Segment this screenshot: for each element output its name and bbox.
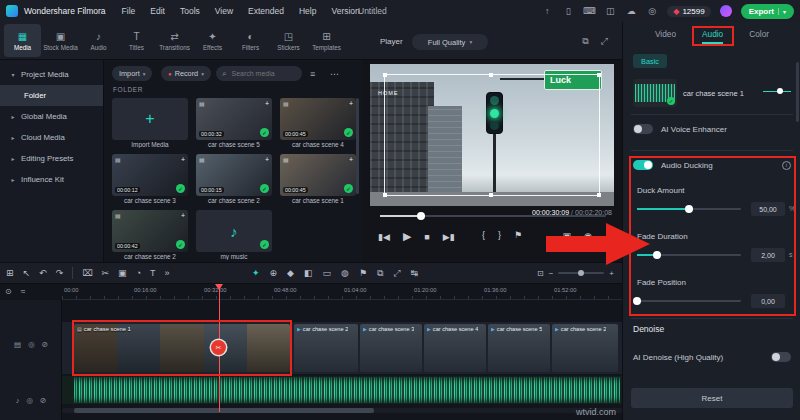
- progress-handle[interactable]: [417, 212, 425, 220]
- timeline-clip[interactable]: ▶car chase scene 2: [552, 324, 618, 372]
- chroma-key-icon[interactable]: ◧: [304, 268, 313, 278]
- tab-transitions[interactable]: ⇄Transitions: [156, 24, 193, 57]
- fade-position-value[interactable]: 0,00: [751, 294, 785, 308]
- search-input[interactable]: [229, 69, 296, 78]
- add-to-timeline-icon[interactable]: +: [181, 212, 185, 219]
- sidebar-item-project-media[interactable]: ▾Project Media: [0, 64, 103, 85]
- lock-icon[interactable]: ⊘: [42, 340, 48, 349]
- render-preview-icon[interactable]: ⊙: [5, 287, 12, 296]
- tab-filters[interactable]: ◐Filters: [232, 24, 269, 57]
- split-screen-icon[interactable]: ⧉: [377, 268, 383, 279]
- more-tools-icon[interactable]: »: [165, 268, 170, 278]
- add-to-timeline-icon[interactable]: +: [265, 100, 269, 107]
- timeline-ruler[interactable]: 00:00 00:16:00 00:32:00 00:48:00 01:04:0…: [62, 284, 622, 300]
- menu-version[interactable]: Version: [331, 6, 359, 16]
- record-button[interactable]: ● Record ▾: [161, 66, 211, 81]
- menu-tools[interactable]: Tools: [180, 6, 200, 16]
- crop-preview-button[interactable]: ▣: [562, 231, 571, 241]
- add-to-timeline-icon[interactable]: +: [265, 156, 269, 163]
- voiceover-icon[interactable]: ◍: [341, 268, 349, 278]
- zoom-slider[interactable]: [558, 272, 604, 274]
- duck-amount-slider-handle[interactable]: [685, 205, 693, 213]
- split-view-icon[interactable]: ⧉: [582, 36, 588, 47]
- chevron-down-icon[interactable]: ▾: [778, 8, 786, 15]
- select-icon[interactable]: ↖: [23, 268, 31, 278]
- step-backward-button[interactable]: ▮◀: [378, 232, 390, 242]
- tab-stickers[interactable]: ◳Stickers: [270, 24, 307, 57]
- cloud-icon[interactable]: ☁: [625, 6, 637, 16]
- sidebar-item-influence-kit[interactable]: ▸Influence Kit: [0, 169, 103, 190]
- detach-player-icon[interactable]: ⤢: [601, 36, 608, 47]
- tab-video[interactable]: Video: [655, 29, 676, 39]
- captions-icon[interactable]: ▭: [323, 268, 332, 278]
- notifications-icon[interactable]: ◎: [646, 6, 658, 16]
- crop-handle[interactable]: [489, 73, 493, 77]
- crop-icon[interactable]: ▣: [118, 268, 127, 278]
- filter-icon[interactable]: ≡: [310, 69, 315, 79]
- fade-duration-slider-handle[interactable]: [653, 251, 661, 259]
- tab-titles[interactable]: TTitles: [118, 24, 155, 57]
- screen-record-icon[interactable]: ◫: [604, 6, 616, 16]
- redo-icon[interactable]: ↷: [56, 268, 64, 278]
- ai-voice-enhancer-toggle[interactable]: [633, 124, 653, 134]
- auto-ripple-icon[interactable]: ↹: [411, 268, 419, 278]
- crop-handle[interactable]: [489, 193, 493, 197]
- crop-handle[interactable]: [383, 73, 387, 77]
- media-item-import[interactable]: +: [112, 98, 188, 140]
- sidebar-item-global-media[interactable]: ▸Global Media: [0, 106, 103, 127]
- sidebar-item-cloud-media[interactable]: ▸Cloud Media: [0, 127, 103, 148]
- add-to-timeline-icon[interactable]: +: [349, 100, 353, 107]
- menu-view[interactable]: View: [215, 6, 233, 16]
- snapshot-button[interactable]: ◉: [584, 231, 592, 241]
- undo-icon[interactable]: ↶: [39, 268, 47, 278]
- upgrade-icon[interactable]: ↑: [541, 6, 553, 16]
- add-marker-button[interactable]: ⚑: [514, 230, 522, 240]
- media-scrollbar[interactable]: [356, 98, 359, 194]
- stop-button[interactable]: ■: [424, 232, 429, 242]
- fit-timeline-icon[interactable]: ⊡: [537, 269, 544, 278]
- quality-dropdown[interactable]: Full Quality ▾: [412, 34, 488, 50]
- add-to-timeline-icon[interactable]: +: [349, 156, 353, 163]
- zoom-out-icon[interactable]: −: [549, 269, 554, 278]
- timeline-scroll-thumb[interactable]: [74, 408, 374, 413]
- step-forward-button[interactable]: ▶▮: [443, 232, 455, 242]
- menu-file[interactable]: File: [122, 6, 136, 16]
- play-button[interactable]: ▶: [403, 230, 411, 243]
- text-icon[interactable]: T: [150, 268, 156, 278]
- more-options-icon[interactable]: ⋯: [330, 69, 339, 79]
- zoom-slider-handle[interactable]: [578, 270, 584, 276]
- tab-stock-media[interactable]: ▣Stock Media: [42, 24, 79, 57]
- playhead-handle[interactable]: [215, 284, 223, 290]
- timeline-clip[interactable]: ▶car chase scene 3: [360, 324, 422, 372]
- pan-zoom-icon[interactable]: ⤢: [393, 268, 400, 279]
- timeline-clip[interactable]: ▶car chase scene 5: [488, 324, 550, 372]
- smart-tools-icon[interactable]: ✦: [252, 268, 260, 278]
- mobile-icon[interactable]: ▯: [562, 6, 574, 16]
- delete-icon[interactable]: ⌧: [82, 268, 92, 278]
- mark-out-button[interactable]: }: [498, 230, 501, 240]
- media-item-video[interactable]: ▤ + 00:00:12 ✓: [112, 154, 188, 196]
- media-item-video[interactable]: ▤ + 00:00:32 ✓: [196, 98, 272, 140]
- ai-denoise-toggle[interactable]: [771, 352, 791, 362]
- media-item-video[interactable]: ▤ + 00:00:45 ✓: [280, 98, 356, 140]
- export-button[interactable]: Export ▾: [741, 4, 794, 19]
- tab-audio[interactable]: ♪Audio: [80, 24, 117, 57]
- duck-amount-value[interactable]: 50,00: [751, 202, 785, 216]
- menu-extended[interactable]: Extended: [248, 6, 284, 16]
- audio-waveform[interactable]: [74, 377, 620, 403]
- motion-tracking-icon[interactable]: ⊕: [270, 268, 278, 278]
- keyboard-shortcuts-icon[interactable]: ⌨: [583, 6, 595, 16]
- cut-playhead-handle[interactable]: ✂: [211, 340, 226, 355]
- tab-media[interactable]: ▦Media: [4, 24, 41, 57]
- crop-handle[interactable]: [597, 193, 601, 197]
- crop-handle[interactable]: [597, 73, 601, 77]
- sidebar-item-folder[interactable]: Folder: [0, 85, 103, 106]
- mute-icon[interactable]: ⊘: [40, 396, 46, 405]
- menu-edit[interactable]: Edit: [150, 6, 165, 16]
- timeline-clip[interactable]: ▶car chase scene 4: [424, 324, 486, 372]
- media-item-video[interactable]: ▤ + 00:00:45 ✓: [280, 154, 356, 196]
- split-icon[interactable]: ✂: [102, 268, 110, 278]
- video-preview[interactable]: HOME Luck: [370, 64, 614, 206]
- info-icon[interactable]: i: [782, 161, 791, 170]
- import-button[interactable]: Import ▾: [112, 66, 152, 81]
